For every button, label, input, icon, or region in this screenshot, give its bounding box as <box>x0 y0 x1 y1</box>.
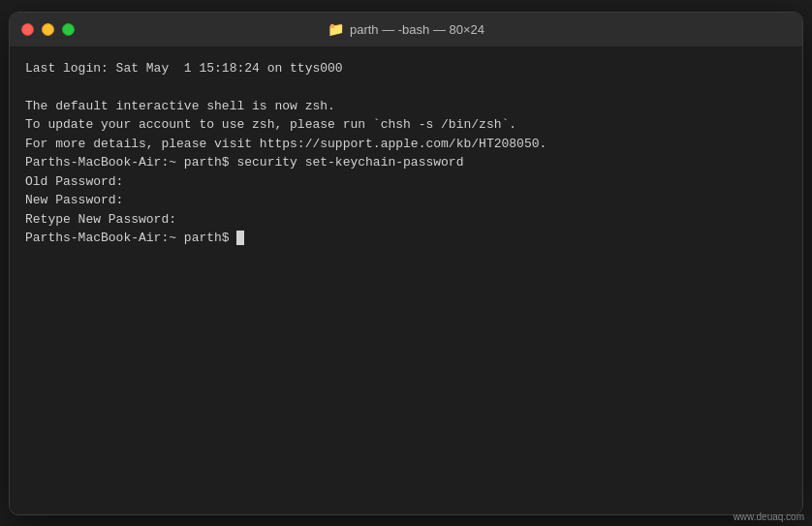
close-button[interactable] <box>21 23 34 36</box>
terminal-line: Parths-MacBook-Air:~ parth$ security set… <box>25 153 787 172</box>
terminal-line: The default interactive shell is now zsh… <box>25 97 787 116</box>
terminal-line: Retype New Password: <box>25 210 787 230</box>
terminal-window: 📁 parth — -bash — 80×24 Last login: Sat … <box>9 12 803 515</box>
title-area: 📁 parth — -bash — 80×24 <box>328 21 484 38</box>
terminal-body[interactable]: Last login: Sat May 1 15:18:24 on ttys00… <box>10 47 802 514</box>
terminal-line <box>25 77 787 97</box>
terminal-line: New Password: <box>25 191 787 210</box>
window-title: parth — -bash — 80×24 <box>350 22 484 37</box>
terminal-line: To update your account to use zsh, pleas… <box>25 115 787 135</box>
maximize-button[interactable] <box>62 23 75 36</box>
minimize-button[interactable] <box>42 23 54 36</box>
terminal-line: Last login: Sat May 1 15:18:24 on ttys00… <box>25 59 787 78</box>
cursor <box>236 231 244 245</box>
terminal-line: Parths-MacBook-Air:~ parth$ <box>25 229 787 248</box>
terminal-line: For more details, please visit https://s… <box>25 135 787 154</box>
terminal-line: Old Password: <box>25 172 787 192</box>
traffic-lights <box>21 23 75 36</box>
folder-icon: 📁 <box>328 21 344 38</box>
titlebar: 📁 parth — -bash — 80×24 <box>10 13 802 47</box>
watermark: www.deuaq.com <box>734 511 804 522</box>
